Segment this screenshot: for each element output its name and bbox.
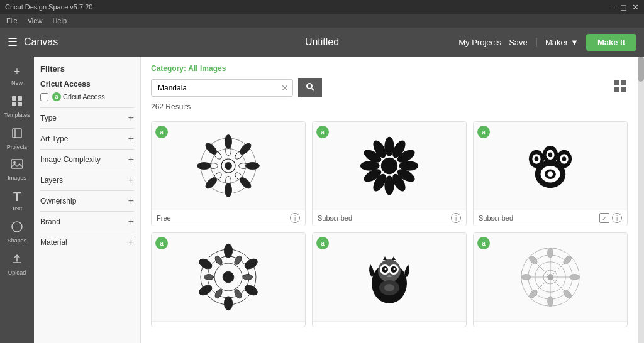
filter-section-type[interactable]: Type + bbox=[40, 107, 134, 128]
svg-rect-3 bbox=[18, 102, 22, 106]
svg-rect-11 bbox=[614, 80, 619, 85]
filter-complexity-plus: + bbox=[128, 155, 134, 165]
upload-icon bbox=[11, 253, 23, 268]
sidebar-item-images[interactable]: Images bbox=[0, 155, 34, 185]
category-prefix: Category: bbox=[151, 64, 186, 73]
grid-toggle-button[interactable] bbox=[613, 79, 628, 97]
filter-section-material[interactable]: Material + bbox=[40, 232, 134, 253]
sidebar-item-projects[interactable]: Projects bbox=[0, 123, 34, 154]
image-grid-container: a Free i bbox=[141, 116, 638, 343]
cricut-access-tag: a bbox=[155, 126, 168, 138]
document-title: Untitled bbox=[305, 36, 339, 48]
menu-file[interactable]: File bbox=[6, 17, 18, 24]
cricut-access-tag: a bbox=[316, 237, 329, 249]
main-content: Category: All Images ✕ 262 Results bbox=[141, 57, 638, 343]
sidebar-new-label: New bbox=[11, 80, 23, 86]
sidebar-shapes-label: Shapes bbox=[8, 237, 27, 244]
chevron-down-icon: ▼ bbox=[570, 38, 579, 47]
search-icon bbox=[306, 82, 314, 91]
image-card-footer: Subscribed i bbox=[313, 210, 466, 226]
svg-point-90 bbox=[214, 254, 223, 266]
svg-point-21 bbox=[246, 163, 260, 170]
cricut-access-badge-label: Cricut Access bbox=[63, 93, 105, 101]
search-row: ✕ bbox=[151, 78, 628, 97]
filter-material-label: Material bbox=[40, 238, 67, 247]
search-input[interactable] bbox=[152, 80, 277, 96]
image-card-img bbox=[474, 122, 627, 210]
svg-point-20 bbox=[238, 141, 253, 156]
image-card[interactable]: a Free i bbox=[151, 121, 306, 226]
svg-line-10 bbox=[312, 89, 314, 91]
image-card-footer bbox=[152, 321, 305, 327]
image-card[interactable]: a Subscribed ✓ i bbox=[473, 121, 628, 226]
sidebar-item-new[interactable]: + New bbox=[0, 62, 34, 90]
info-icon[interactable]: i bbox=[290, 213, 300, 223]
text-icon: T bbox=[13, 190, 21, 204]
menu-bar: File View Help bbox=[0, 14, 644, 28]
search-button[interactable] bbox=[298, 78, 322, 97]
info-icon[interactable]: i bbox=[612, 213, 622, 223]
filter-ownership-plus: + bbox=[128, 196, 134, 206]
title-bar-text: Cricut Design Space v5.7.20 bbox=[5, 3, 92, 11]
sidebar-item-text[interactable]: T Text bbox=[0, 186, 34, 215]
filter-layers-plus: + bbox=[128, 175, 134, 185]
my-projects-button[interactable]: My Projects bbox=[458, 38, 501, 47]
filter-section-brand[interactable]: Brand + bbox=[40, 211, 134, 232]
minimize-icon[interactable]: – bbox=[611, 3, 615, 12]
svg-point-25 bbox=[197, 163, 211, 170]
svg-point-8 bbox=[12, 222, 22, 232]
sidebar-text-label: Text bbox=[12, 205, 23, 212]
projects-icon bbox=[11, 127, 23, 143]
filter-ownership-label: Ownership bbox=[40, 197, 76, 205]
sidebar-templates-label: Templates bbox=[4, 112, 30, 118]
svg-point-97 bbox=[385, 268, 387, 270]
svg-rect-2 bbox=[12, 102, 16, 106]
filter-panel: Filters Cricut Access a Cricut Access Ty… bbox=[34, 57, 141, 343]
close-icon[interactable]: ✕ bbox=[632, 3, 639, 12]
hamburger-button[interactable]: ☰ bbox=[8, 36, 18, 48]
maker-button[interactable]: Maker ▼ bbox=[545, 38, 579, 47]
menu-help[interactable]: Help bbox=[52, 17, 67, 24]
canvas-label: Canvas bbox=[24, 36, 58, 48]
cricut-access-tag: a bbox=[316, 126, 329, 138]
main-layout: + New Templates Projects Images T Text bbox=[0, 57, 644, 343]
svg-point-9 bbox=[307, 84, 312, 89]
filter-section-complexity[interactable]: Image Complexity + bbox=[40, 149, 134, 170]
images-icon bbox=[11, 159, 23, 173]
svg-point-98 bbox=[394, 268, 396, 270]
footer-right: ✓ i bbox=[599, 213, 622, 223]
menu-view[interactable]: View bbox=[28, 17, 43, 24]
maker-label: Maker bbox=[545, 38, 568, 47]
image-card-img bbox=[152, 122, 305, 210]
image-card[interactable]: a bbox=[473, 232, 628, 327]
image-card[interactable]: a Subscribed i bbox=[312, 121, 467, 226]
cricut-access-tag: a bbox=[155, 237, 168, 249]
image-card-img bbox=[152, 233, 305, 321]
check-icon[interactable]: ✓ bbox=[599, 213, 609, 223]
sidebar-icons: + New Templates Projects Images T Text bbox=[0, 57, 34, 343]
filter-section-ownership[interactable]: Ownership + bbox=[40, 190, 134, 211]
sidebar-item-upload[interactable]: Upload bbox=[0, 249, 34, 280]
sidebar-upload-label: Upload bbox=[8, 270, 26, 276]
cricut-access-checkbox[interactable] bbox=[40, 93, 48, 101]
right-scrollbar[interactable] bbox=[638, 57, 644, 343]
svg-rect-1 bbox=[18, 96, 22, 101]
search-input-wrap: ✕ bbox=[151, 79, 293, 97]
sidebar-item-shapes[interactable]: Shapes bbox=[0, 217, 34, 248]
image-card[interactable]: a bbox=[151, 232, 306, 327]
filter-section-arttype[interactable]: Art Type + bbox=[40, 128, 134, 149]
filter-section-layers[interactable]: Layers + bbox=[40, 170, 134, 190]
image-card-img bbox=[313, 122, 466, 210]
filter-brand-plus: + bbox=[128, 217, 134, 227]
make-it-button[interactable]: Make It bbox=[586, 34, 636, 51]
restore-icon[interactable]: ◻ bbox=[620, 3, 627, 12]
svg-rect-14 bbox=[621, 87, 626, 92]
title-bar-controls: – ◻ ✕ bbox=[611, 3, 639, 12]
save-button[interactable]: Save bbox=[509, 38, 528, 47]
search-clear-button[interactable]: ✕ bbox=[277, 83, 292, 93]
info-icon[interactable]: i bbox=[451, 213, 461, 223]
svg-point-74 bbox=[562, 156, 567, 161]
image-card[interactable]: a bbox=[312, 232, 467, 327]
right-scrollbar-thumb[interactable] bbox=[638, 57, 644, 82]
sidebar-item-templates[interactable]: Templates bbox=[0, 91, 34, 122]
